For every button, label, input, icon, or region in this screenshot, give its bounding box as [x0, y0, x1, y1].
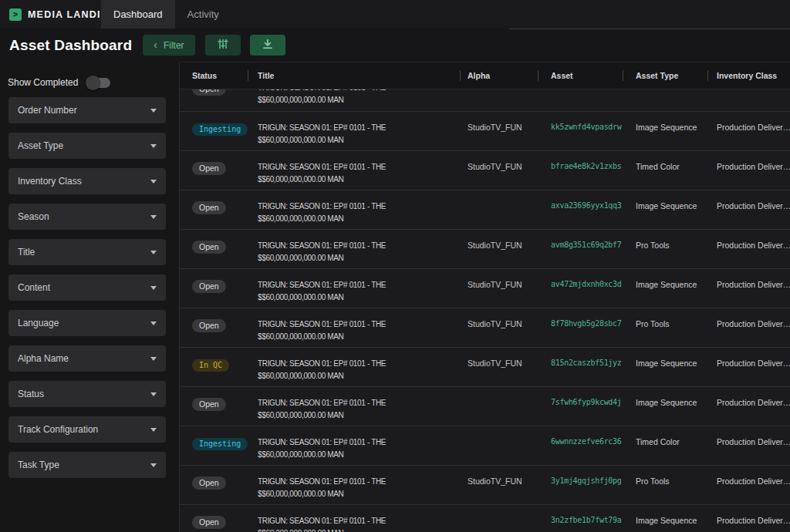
show-completed-row: Show Completed [8, 77, 179, 88]
inventory-class-cell: Production Deliver… [707, 466, 790, 504]
asset-id-link[interactable]: axva23696yyx1qq3 [538, 190, 623, 229]
inventory-class-cell: Production Deliver… [707, 230, 790, 268]
filter-dropdown-task-type[interactable]: Task Type [8, 452, 166, 478]
status-cell: Open [180, 89, 248, 93]
title-cell: TRIGUN: SEASON 01: EP# 0101 - THE $$60,0… [248, 387, 460, 426]
chevron-left-icon: ‹ [154, 39, 157, 50]
filter-dropdown-status[interactable]: Status [8, 381, 166, 407]
alpha-cell: StudioTV_FUN [460, 269, 538, 308]
filter-dropdown-language[interactable]: Language [8, 310, 166, 336]
tab-dashboard[interactable]: Dashboard [101, 0, 175, 29]
status-cell: Ingesting [180, 426, 248, 465]
chevron-down-icon [150, 144, 157, 148]
table-row[interactable]: Open TRIGUN: SEASON 01: EP# 0101 - THE $… [180, 268, 790, 308]
asset-id-link[interactable]: 7sfwh6fyp9kcwd4j [538, 387, 623, 426]
filter-dropdown-alpha-name[interactable]: Alpha Name [8, 345, 166, 372]
chevron-down-icon [150, 286, 157, 290]
asset-type-cell: Image Sequence [623, 348, 707, 386]
show-completed-toggle[interactable] [87, 78, 110, 88]
table-row[interactable]: Open TRIGUN: SEASON 01: EP# 0101 - THE $… [180, 89, 790, 111]
status-cell: In QC [180, 348, 248, 386]
status-cell: Open [180, 269, 248, 308]
filter-button[interactable]: ‹ Filter [143, 35, 194, 56]
column-header-status[interactable]: Status [180, 62, 248, 89]
asset-type-cell: Image Sequence [623, 505, 707, 532]
title-cell: TRIGUN: SEASON 01: EP# 0101 - THE $$60,0… [248, 505, 460, 532]
asset-id-link[interactable]: kk5zwnfd4vpasdrw [538, 112, 623, 150]
asset-id-link[interactable]: 6wwnnzzefve6rc36 [538, 426, 623, 465]
column-header-alpha[interactable]: Alpha [460, 62, 538, 89]
brand-logo-icon: > [9, 8, 22, 21]
chevron-down-icon [150, 251, 157, 254]
status-badge: Open [192, 89, 226, 96]
filter-dropdown-inventory-class[interactable]: Inventory Class [8, 168, 166, 194]
column-header-asset-type[interactable]: Asset Type [623, 62, 707, 89]
status-cell: Ingesting [180, 112, 248, 150]
status-badge: Open [192, 280, 226, 293]
filter-dropdown-label: Title [18, 247, 35, 258]
alpha-cell: StudioTV_FUN [460, 230, 538, 268]
status-badge: Open [192, 241, 226, 254]
alpha-cell: StudioTV_FUN [460, 308, 538, 347]
table-row[interactable]: Open TRIGUN: SEASON 01: EP# 0101 - THE $… [180, 150, 790, 190]
asset-table: Status Title Alpha Asset Asset Type Inve… [179, 62, 790, 532]
status-badge: Open [192, 398, 226, 411]
asset-id-link[interactable]: 815n2caszbf51jyz [538, 348, 623, 386]
filter-dropdown-track-configuration[interactable]: Track Configuration [8, 416, 166, 443]
table-row[interactable]: In QC TRIGUN: SEASON 01: EP# 0101 - THE … [180, 347, 790, 386]
filter-dropdown-season[interactable]: Season [8, 204, 166, 230]
status-cell: Open [180, 151, 248, 190]
asset-id-link[interactable]: bfrae4e8k2v1zxbs [538, 151, 623, 190]
table-row[interactable]: Open TRIGUN: SEASON 01: EP# 0101 - THE $… [180, 465, 790, 504]
column-header-asset[interactable]: Asset [538, 62, 623, 89]
tab-activity[interactable]: Activity [175, 0, 231, 29]
asset-id-link[interactable]: 3n2zfbe1b7fwt79a [538, 505, 623, 532]
column-header-inventory-class[interactable]: Inventory Class [707, 62, 790, 89]
chevron-down-icon [150, 215, 157, 219]
table-row[interactable]: Ingesting TRIGUN: SEASON 01: EP# 0101 - … [180, 111, 790, 150]
table-row[interactable]: Open TRIGUN: SEASON 01: EP# 0101 - THE $… [180, 190, 790, 229]
filter-dropdown-label: Inventory Class [18, 176, 82, 187]
table-row[interactable]: Ingesting TRIGUN: SEASON 01: EP# 0101 - … [180, 426, 790, 465]
asset-type-cell: Image Sequence [623, 112, 707, 150]
alpha-cell [460, 387, 538, 426]
column-header-title[interactable]: Title [248, 62, 460, 89]
title-cell: TRIGUN: SEASON 01: EP# 0101 - THE $$60,0… [248, 466, 460, 504]
filter-dropdown-label: Asset Type [18, 140, 63, 151]
asset-id-link[interactable]: av472mjdxnh0xc3d [538, 269, 623, 308]
table-row[interactable]: Open TRIGUN: SEASON 01: EP# 0101 - THE $… [180, 504, 790, 532]
status-badge: Open [192, 476, 226, 490]
status-cell: Open [180, 308, 248, 347]
asset-id-link[interactable]: avm8g351c69q2bf7 [538, 230, 623, 268]
alpha-cell [460, 89, 538, 93]
status-badge: In QC [192, 359, 229, 372]
inventory-class-cell: Production Deliver… [707, 151, 790, 190]
filter-dropdown-label: Language [18, 318, 59, 328]
table-header: Status Title Alpha Asset Asset Type Inve… [180, 62, 790, 89]
filter-dropdown-label: Content [18, 282, 50, 293]
toggle-knob [86, 76, 100, 90]
filter-dropdown-order-number[interactable]: Order Number [8, 97, 166, 123]
filter-list: Order Number Asset Type Inventory Class … [0, 97, 179, 478]
tune-button[interactable] [205, 35, 241, 56]
alpha-cell [460, 505, 538, 532]
asset-id-link[interactable] [538, 89, 623, 93]
asset-id-link[interactable]: 8f78hvgb5g28sbc7 [538, 308, 623, 347]
filter-dropdown-title[interactable]: Title [8, 239, 166, 265]
inventory-class-cell: Production Deliver… [707, 387, 790, 426]
title-cell: TRIGUN: SEASON 01: EP# 0101 - THE $$60,0… [248, 426, 460, 465]
table-row[interactable]: Open TRIGUN: SEASON 01: EP# 0101 - THE $… [180, 386, 790, 426]
inventory-class-cell: Production Deliver… [707, 190, 790, 229]
filter-dropdown-label: Track Configuration [18, 424, 98, 435]
filter-dropdown-asset-type[interactable]: Asset Type [8, 133, 166, 159]
alpha-cell: StudioTV_FUN [460, 151, 538, 190]
table-row[interactable]: Open TRIGUN: SEASON 01: EP# 0101 - THE $… [180, 229, 790, 268]
table-row[interactable]: Open TRIGUN: SEASON 01: EP# 0101 - THE $… [180, 308, 790, 347]
download-button[interactable] [250, 35, 285, 56]
filter-dropdown-content[interactable]: Content [8, 274, 166, 301]
asset-id-link[interactable]: 3y1mj4gqjshfj0pg [538, 466, 623, 504]
download-icon [262, 38, 274, 52]
alpha-cell: StudioTV_FUN [460, 112, 538, 150]
title-cell: TRIGUN: SEASON 01: EP# 0101 - THE $$60,0… [248, 308, 460, 347]
asset-type-cell: Pro Tools [623, 308, 707, 347]
